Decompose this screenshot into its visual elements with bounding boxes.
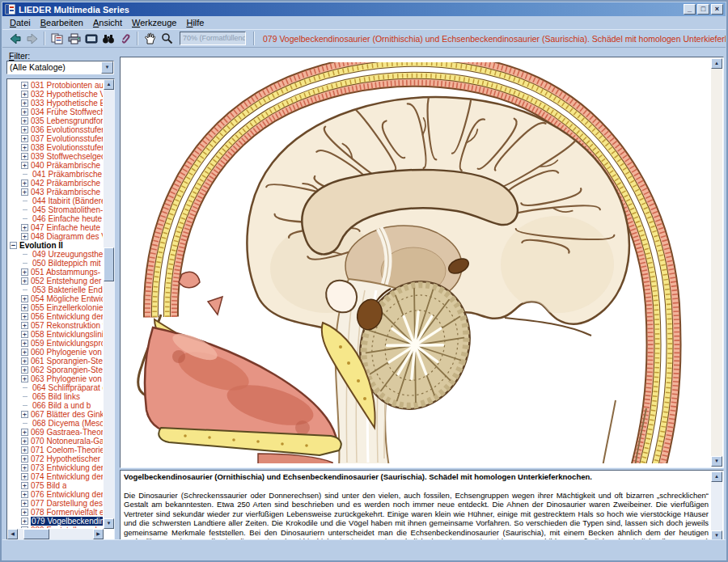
expand-icon[interactable]: + (21, 277, 28, 285)
tree-item[interactable]: +037 Evolutionsstufen (8, 134, 103, 143)
tree-item[interactable]: 068 Dicyema (Mesoz (8, 419, 103, 428)
tree-item[interactable]: +038 Evolutionsstufen (8, 143, 103, 152)
tree-item[interactable]: 045 Stromatolithen-V (8, 205, 103, 214)
expand-icon[interactable]: + (21, 437, 28, 445)
tree-item[interactable]: +056 Entwicklung der (8, 312, 103, 321)
tree-item[interactable]: +040 Präkambrische L (8, 161, 103, 170)
zoom-level-field[interactable]: 70% (Formatfüllend) (180, 32, 246, 45)
tree-item[interactable]: +060 Phylogenie von l (8, 348, 103, 357)
expand-icon[interactable]: + (21, 126, 28, 133)
tree-item[interactable]: +035 Lebensgrundfor (8, 116, 103, 125)
scroll-up-icon[interactable]: ▲ (711, 471, 722, 482)
expand-icon[interactable]: + (21, 482, 28, 489)
tree-item[interactable]: +047 Einfache heute l (8, 223, 103, 232)
expand-icon[interactable]: + (21, 429, 28, 436)
expand-icon[interactable]: + (21, 153, 28, 160)
expand-icon[interactable]: + (21, 464, 28, 471)
presentation-button[interactable] (83, 31, 99, 46)
tree-item[interactable]: +058 Entwicklungslini (8, 330, 103, 339)
expand-icon[interactable]: + (21, 82, 28, 89)
expand-icon[interactable]: + (21, 357, 28, 365)
expand-icon[interactable]: + (21, 500, 28, 507)
tree-vertical-scrollbar[interactable]: ▲ ▼ (104, 79, 114, 529)
tree-hscroll-thumb[interactable] (23, 529, 49, 539)
tree-item[interactable]: +067 Blätter des Ginkg (8, 410, 103, 419)
expand-icon[interactable]: + (21, 162, 28, 169)
find-button[interactable] (99, 31, 116, 46)
tree-item[interactable]: +075 Bild a (8, 481, 103, 490)
tree-item[interactable]: +076 Entwicklung der (8, 490, 103, 499)
tree-item[interactable]: +059 Entwicklungspro (8, 339, 103, 348)
tree-item[interactable]: +070 Notoneurala-Ga (8, 437, 103, 446)
expand-icon[interactable]: + (21, 180, 28, 187)
tree-item[interactable]: +032 Hypothetische V (8, 90, 103, 99)
tree-item[interactable]: +033 Hypothetische E (8, 99, 103, 108)
tree-item[interactable]: 041 Präkambrische S (8, 170, 103, 179)
back-button[interactable] (6, 31, 23, 46)
image-vertical-scrollbar[interactable]: ▲ ▼ (711, 58, 722, 467)
zoom-button[interactable] (159, 31, 176, 46)
scroll-down-icon[interactable]: ▼ (711, 456, 722, 467)
expand-icon[interactable]: + (21, 144, 28, 151)
expand-icon[interactable]: + (21, 411, 28, 418)
scroll-up-icon[interactable]: ▲ (104, 79, 114, 90)
tree-item[interactable]: +043 Präkambrische M (8, 188, 103, 196)
menu-datei[interactable]: Datei (5, 18, 36, 27)
expand-icon[interactable]: + (21, 117, 28, 125)
scroll-down-icon[interactable]: ▼ (104, 518, 114, 529)
expand-icon[interactable]: + (21, 340, 28, 347)
tree-item[interactable]: +054 Mögliche Entwic (8, 294, 103, 303)
tree-item[interactable]: 049 Urzeugungstheo (8, 250, 103, 259)
copy-button[interactable] (49, 31, 66, 46)
description-scrollbar[interactable]: ▲ ▼ (711, 471, 722, 541)
attach-button[interactable] (116, 31, 133, 46)
scroll-up-icon[interactable]: ▲ (711, 58, 722, 69)
expand-icon[interactable]: + (21, 313, 28, 320)
tree-item[interactable]: +063 Phylogenie von l (8, 374, 103, 383)
tree-item[interactable]: +036 Evolutionsstufen (8, 125, 103, 134)
expand-icon[interactable]: + (21, 366, 28, 374)
tree-item[interactable]: 046 Einfache heute l (8, 214, 103, 223)
expand-icon[interactable]: + (21, 268, 28, 276)
tree-horizontal-scrollbar[interactable]: ◀ ▶ (7, 529, 104, 539)
expand-icon[interactable]: + (21, 473, 28, 480)
tree-item[interactable]: 064 Schliffpräparat e (8, 383, 103, 392)
tree-item[interactable]: +057 Rekonstruktion v (8, 321, 103, 330)
pan-button[interactable] (142, 31, 159, 46)
expand-icon[interactable]: + (21, 135, 28, 142)
expand-icon[interactable]: + (21, 224, 28, 231)
expand-icon[interactable]: + (21, 99, 28, 107)
tree-item[interactable]: +061 Sporangien-Stell (8, 357, 103, 366)
expand-icon[interactable]: + (21, 375, 28, 382)
tree-item[interactable]: +039 Stoffwechselgeo (8, 152, 103, 161)
expand-icon[interactable]: + (21, 91, 28, 98)
expand-icon[interactable]: + (21, 331, 28, 338)
expand-icon[interactable]: + (21, 446, 28, 454)
scroll-right-icon[interactable]: ▶ (93, 529, 104, 539)
tree-item[interactable]: +077 Darstellung des / (8, 499, 103, 508)
tree-item[interactable]: −Evolution II (8, 241, 103, 250)
tree-item[interactable]: +079 Vogelbeckendin (8, 517, 103, 526)
tree-item[interactable]: 044 Itabirit (Bänderei (8, 196, 103, 205)
chevron-down-icon[interactable]: ▼ (101, 61, 113, 74)
tree-item[interactable]: +071 Coelom-Theorie (8, 446, 103, 454)
expand-icon[interactable]: + (21, 518, 28, 525)
tree-item[interactable]: +072 Hypothetischer S (8, 454, 103, 463)
tree-item[interactable]: +073 Entwicklung der (8, 463, 103, 472)
close-button[interactable]: × (711, 4, 723, 15)
tree-item[interactable]: +031 Protobionten aus (8, 81, 103, 90)
tree-item[interactable]: +080 Feststellung der (8, 526, 103, 528)
scroll-left-icon[interactable]: ◀ (7, 529, 18, 539)
menu-werkzeuge[interactable]: Werkzeuge (127, 18, 181, 27)
expand-icon[interactable]: + (21, 188, 28, 196)
tree-item[interactable]: +034 Frühe Stoffwech (8, 108, 103, 116)
tree-item[interactable]: 050 Bildteppich mit e (8, 259, 103, 268)
tree-item[interactable]: +078 Formenvielfalt ei (8, 508, 103, 517)
menu-hilfe[interactable]: Hilfe (181, 18, 209, 27)
tree-item[interactable]: +051 Abstammungs- u (8, 268, 103, 277)
menu-ansicht[interactable]: Ansicht (88, 18, 127, 27)
tree-item[interactable]: +042 Präkambrische M (8, 179, 103, 188)
minimize-button[interactable]: _ (684, 4, 696, 15)
menu-bearbeiten[interactable]: Bearbeiten (36, 18, 88, 27)
tree-item[interactable]: +048 Diagramm des V (8, 232, 103, 241)
